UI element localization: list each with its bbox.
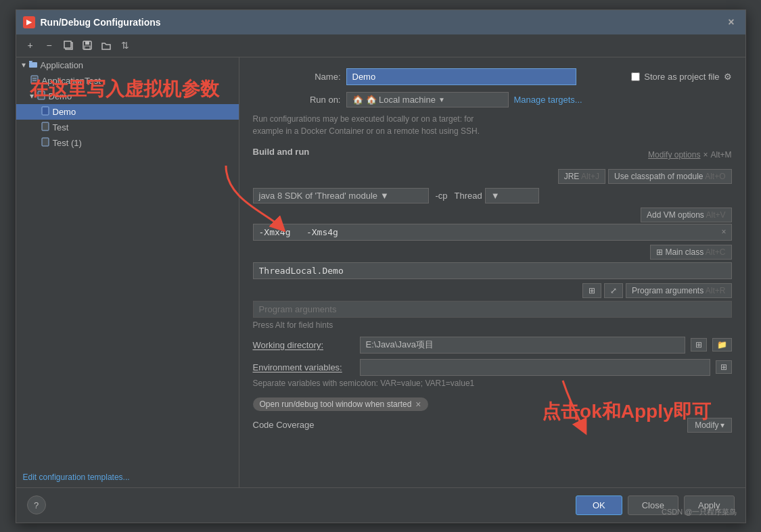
help-button[interactable]: ? — [27, 495, 46, 514]
demo-label: Demo — [53, 107, 76, 117]
edit-templates-link[interactable]: Edit configuration templates... — [16, 467, 239, 487]
env-vars-input[interactable] — [360, 359, 710, 376]
save-button[interactable] — [78, 37, 96, 53]
build-run-header: Build and run Modify options × Alt+M — [253, 147, 732, 164]
open-icon — [101, 40, 112, 51]
build-run-section: Build and run Modify options × Alt+M JRE… — [253, 147, 732, 438]
modify-button[interactable]: Modify ▾ — [687, 418, 731, 433]
demo-parent-label: Demo — [49, 91, 72, 101]
local-machine-label: 🏠 Local machine — [366, 95, 436, 105]
sidebar-item-applicationtest[interactable]: ApplicationTest — [16, 73, 239, 89]
dialog-close-button[interactable]: × — [724, 15, 738, 30]
modify-dropdown-arrow-icon: ▾ — [720, 420, 724, 430]
ok-button[interactable]: OK — [576, 495, 622, 515]
home-icon: 🏠 — [352, 95, 363, 105]
main-class-header: ⊞ Main class Alt+C — [253, 245, 732, 260]
main-class-label: Main class — [665, 247, 704, 257]
modify-label: Modify — [695, 420, 718, 430]
svg-rect-10 — [42, 107, 49, 115]
sort-button[interactable]: ⇅ — [116, 37, 134, 53]
prog-args-header: ⊞ ⤢ Program arguments Alt+R — [253, 283, 732, 298]
application-label: Application — [41, 60, 84, 70]
dialog-title: Run/Debug Configurations — [41, 17, 161, 28]
info-text-2: example in a Docker Container or on a re… — [253, 125, 732, 137]
working-dir-browse-btn[interactable]: 📁 — [712, 338, 732, 352]
code-coverage-label: Code Coverage — [253, 420, 315, 430]
run-debug-icon: ▶ — [23, 16, 35, 28]
applicationtest-label: ApplicationTest — [42, 76, 101, 86]
name-label: Name: — [253, 72, 341, 82]
name-input[interactable] — [346, 68, 576, 85]
main-class-shortcut: Alt+C — [706, 247, 726, 257]
store-checkbox-row: Store as project file ⚙ — [631, 72, 731, 82]
working-dir-input[interactable] — [360, 337, 685, 354]
cp-dropdown[interactable]: ▼ — [485, 188, 539, 203]
main-content: 在这里写入虚拟机参数 ▾ Application ApplicationTest — [16, 57, 745, 487]
left-panel-wrapper: 在这里写入虚拟机参数 ▾ Application ApplicationTest — [16, 57, 239, 487]
code-coverage-row: Code Coverage Modify ▾ — [253, 418, 732, 433]
prog-args-icon1-button[interactable]: ⊞ — [582, 283, 601, 298]
info-text-block: Run configurations may be executed local… — [253, 113, 732, 137]
jre-right: JRE Alt+J Use classpath of module Alt+O — [558, 169, 732, 184]
open-button[interactable] — [97, 37, 115, 53]
modify-x-icon: × — [703, 150, 708, 160]
main-class-button[interactable]: ⊞ Main class Alt+C — [650, 245, 731, 260]
working-dir-file-btn[interactable]: ⊞ — [691, 338, 707, 352]
env-vars-label: Environment variables: — [253, 362, 354, 372]
build-run-right: Modify options × Alt+M — [648, 150, 731, 160]
cp-value: Thread — [455, 191, 482, 201]
cp-dropdown-arrow: ▼ — [491, 191, 500, 201]
sdk-dropdown[interactable]: java 8 SDK of 'Thread' module ▼ — [253, 188, 429, 203]
file-icon-2 — [37, 91, 46, 102]
env-vars-btn[interactable]: ⊞ — [716, 360, 732, 374]
sidebar-item-demo-parent[interactable]: ▾ Demo — [16, 89, 239, 104]
prog-args-label: Program arguments — [632, 286, 704, 295]
tag-chip: Open run/debug tool window when started … — [253, 397, 428, 411]
dropdown-arrow-icon: ▼ — [438, 96, 445, 103]
add-vm-button[interactable]: Add VM options Alt+V — [641, 208, 731, 222]
add-button[interactable]: + — [22, 37, 39, 53]
modify-shortcut: Alt+M — [710, 150, 731, 160]
use-classpath-shortcut: Alt+O — [705, 172, 725, 181]
tree-content: 在这里写入虚拟机参数 ▾ Application ApplicationTest — [16, 57, 239, 467]
jre-button[interactable]: JRE Alt+J — [558, 169, 605, 184]
modify-options-label[interactable]: Modify options — [648, 150, 700, 160]
cp-prefix: -cp — [432, 189, 452, 203]
prog-args-shortcut: Alt+R — [706, 286, 726, 295]
env-vars-row: Environment variables: ⊞ — [253, 359, 732, 376]
info-text-1: Run configurations may be executed local… — [253, 113, 732, 125]
store-checkbox[interactable] — [631, 72, 640, 81]
copy-button[interactable] — [60, 37, 77, 53]
prog-args-icon1: ⊞ — [589, 286, 595, 295]
prog-args-input-wrapper — [253, 301, 732, 318]
local-machine-dropdown[interactable]: 🏠 🏠 Local machine ▼ — [346, 92, 509, 107]
file-icon-4 — [41, 122, 50, 133]
name-row: Name: Store as project file ⚙ — [253, 68, 732, 85]
file-icon-3 — [41, 106, 50, 118]
prog-args-input[interactable] — [253, 301, 732, 318]
prog-args-icon2-button[interactable]: ⤢ — [604, 283, 623, 298]
main-class-input[interactable] — [253, 262, 732, 279]
use-classpath-button[interactable]: Use classpath of module Alt+O — [608, 169, 731, 184]
title-bar-left: ▶ Run/Debug Configurations — [23, 16, 161, 28]
remove-button[interactable]: − — [41, 37, 58, 53]
use-classpath-label: Use classpath of module — [614, 172, 703, 181]
watermark: CSDN @一只程序菜鸟 — [662, 507, 737, 517]
sidebar-item-test[interactable]: Test — [16, 120, 239, 135]
save-icon — [82, 40, 93, 51]
prog-args-button[interactable]: Program arguments Alt+R — [626, 283, 731, 298]
vm-options-close-button[interactable]: × — [718, 226, 729, 238]
test-label: Test — [53, 122, 69, 132]
sidebar-item-application[interactable]: ▾ Application — [16, 57, 239, 73]
sidebar-item-test1[interactable]: Test (1) — [16, 135, 239, 151]
vm-options-input[interactable] — [253, 224, 732, 241]
sdk-label: java 8 SDK of 'Thread' module — [259, 191, 378, 201]
right-panel: Name: Store as project file ⚙ Run on: 🏠 … — [239, 57, 745, 487]
working-dir-row: Working directory: ⊞ 📁 — [253, 337, 732, 354]
main-class-icon: ⊞ — [656, 247, 663, 257]
copy-icon — [63, 40, 74, 51]
manage-targets-link[interactable]: Manage targets... — [514, 95, 582, 105]
left-panel: 在这里写入虚拟机参数 ▾ Application ApplicationTest — [16, 57, 239, 487]
sidebar-item-demo[interactable]: Demo — [16, 104, 239, 120]
tag-chip-close-button[interactable]: × — [415, 400, 421, 409]
